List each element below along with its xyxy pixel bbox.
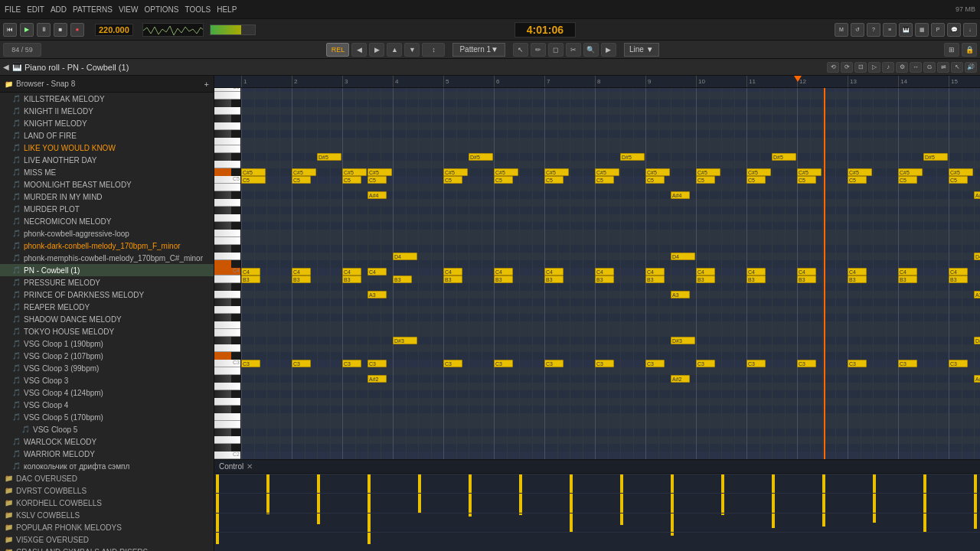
tool-eraser[interactable]: ◻ xyxy=(548,43,564,57)
piano-key-e5[interactable] xyxy=(214,145,241,153)
piano-note[interactable]: C#5 xyxy=(746,168,771,176)
piano-note[interactable]: A#4 xyxy=(368,191,387,199)
piano-note[interactable]: C5 xyxy=(949,176,968,184)
piano-note[interactable]: C4 xyxy=(797,268,816,276)
piano-key-fs3[interactable] xyxy=(214,314,231,321)
piano-note[interactable]: C5 xyxy=(746,176,766,184)
sidebar-item[interactable]: 📁POPULAR PHONK MELODYS xyxy=(0,521,214,533)
piano-note[interactable]: C5 xyxy=(544,176,564,184)
sidebar-item[interactable]: 🎵phonk-cowbell-aggressive-loop xyxy=(0,227,214,240)
piano-note[interactable]: C4 xyxy=(949,268,968,276)
piano-note[interactable]: A#2 xyxy=(974,375,980,383)
piano-note[interactable]: C#5 xyxy=(696,168,720,176)
rewind-button[interactable]: ⏮ xyxy=(3,23,17,37)
piano-note[interactable]: B3 xyxy=(443,276,462,283)
piano-key-cs3[interactable] xyxy=(214,352,231,360)
random-button[interactable]: ? xyxy=(867,23,880,37)
piano-note[interactable]: C#5 xyxy=(645,168,670,176)
piano-key-f4[interactable] xyxy=(214,230,241,237)
pr-magnet[interactable]: 🔊 xyxy=(965,62,977,73)
sidebar-item[interactable]: 🎵KILLSTREAK MELODY xyxy=(0,93,214,105)
piano-note[interactable]: C4 xyxy=(696,268,715,276)
piano-key-e3[interactable] xyxy=(214,329,241,337)
piano-note[interactable]: C4 xyxy=(292,268,311,276)
piano-note[interactable]: A3 xyxy=(974,291,980,298)
piano-key-cs4[interactable] xyxy=(214,260,231,268)
piano-note[interactable]: D#5 xyxy=(317,153,341,161)
step-seq-button[interactable]: ▦ xyxy=(915,23,929,37)
sidebar-item[interactable]: 🎵колокольчик от дрифта сэмпл xyxy=(0,460,214,472)
piano-note[interactable]: C#5 xyxy=(494,168,518,176)
piano-key-as5[interactable] xyxy=(214,99,231,107)
piano-note[interactable]: C5 xyxy=(241,176,266,184)
piano-note[interactable]: B3 xyxy=(746,276,766,283)
piano-note[interactable]: C#5 xyxy=(368,168,392,176)
sidebar-item[interactable]: 🎵VSG Cloop 1 (190bpm) xyxy=(0,337,214,350)
sidebar-item[interactable]: 🎵KNIGHT II MELODY xyxy=(0,105,214,117)
piano-key-f2[interactable] xyxy=(214,413,241,421)
sidebar-item[interactable]: 📁KSLV COWBELLS xyxy=(0,509,214,521)
piano-note[interactable]: C3 xyxy=(797,360,816,367)
sidebar-item[interactable]: 📁DAC OVERUSED xyxy=(0,472,214,484)
piano-note[interactable]: C#5 xyxy=(595,168,619,176)
piano-note[interactable]: D#5 xyxy=(620,153,645,161)
piano-note[interactable]: B3 xyxy=(898,276,917,283)
sidebar-item[interactable]: 🎵PRESSURE MELODY xyxy=(0,276,214,289)
pause-button[interactable]: ⏸ xyxy=(37,23,51,37)
menu-options[interactable]: OPTIONS xyxy=(144,5,178,14)
sidebar-item[interactable]: 🎵VSG Cloop 5 (170bpm) xyxy=(0,411,214,423)
piano-note[interactable]: C4 xyxy=(443,268,462,276)
menu-view[interactable]: VIEW xyxy=(119,5,139,14)
pr-cursor[interactable]: ↖ xyxy=(951,62,963,73)
nav-right[interactable]: ▶ xyxy=(369,43,384,57)
piano-key-d5[interactable] xyxy=(214,161,241,168)
piano-note[interactable]: D#3 xyxy=(671,337,695,344)
piano-key-fs4[interactable] xyxy=(214,222,231,230)
piano-note[interactable]: D#5 xyxy=(469,153,493,161)
piano-key-b3[interactable] xyxy=(214,276,241,283)
piano-note[interactable]: C5 xyxy=(443,176,462,184)
piano-note[interactable]: C4 xyxy=(342,268,361,276)
piano-note[interactable]: C5 xyxy=(898,176,917,184)
play-button[interactable]: ▶ xyxy=(20,23,34,37)
sidebar-item[interactable]: 🎵LIKE YOU WOULD KNOW xyxy=(0,142,214,154)
piano-note[interactable]: B3 xyxy=(797,276,816,283)
piano-key-g3[interactable] xyxy=(214,306,241,314)
piano-note[interactable]: A#4 xyxy=(671,191,690,199)
piano-note[interactable]: C#5 xyxy=(443,168,468,176)
menu-tools[interactable]: TOOLS xyxy=(185,5,211,14)
piano-key-cs2[interactable] xyxy=(214,444,231,452)
sidebar-item[interactable]: 🎵MOONLIGHT BEAST MELODY xyxy=(0,178,214,191)
piano-key-gs4[interactable] xyxy=(214,207,231,214)
sidebar-item[interactable]: 📁VI5XGE OVERUSED xyxy=(0,533,214,546)
tool-play[interactable]: ▶ xyxy=(601,43,616,57)
piano-note[interactable]: C3 xyxy=(645,360,665,367)
piano-note[interactable]: D4 xyxy=(393,253,417,260)
piano-note[interactable]: C5 xyxy=(696,176,715,184)
sidebar-item[interactable]: 🎵LIVE ANOTHER DAY xyxy=(0,154,214,166)
menu-help[interactable]: HELP xyxy=(217,5,237,14)
piano-key-f5[interactable] xyxy=(214,138,241,145)
sidebar-item[interactable]: 🎵NECROMICON MELODY xyxy=(0,215,214,227)
sidebar-item[interactable]: 🎵WARLOCK MELODY xyxy=(0,435,214,448)
piano-note[interactable]: C5 xyxy=(494,176,513,184)
piano-key-gs3[interactable] xyxy=(214,298,231,306)
piano-key-f3[interactable] xyxy=(214,321,241,329)
piano-note[interactable]: B3 xyxy=(645,276,665,283)
piano-note[interactable]: C5 xyxy=(797,176,816,184)
piano-note[interactable]: C4 xyxy=(848,268,867,276)
piano-button[interactable]: 🎹 xyxy=(899,23,913,37)
piano-note[interactable]: C4 xyxy=(544,268,564,276)
piano-note[interactable]: C#5 xyxy=(797,168,822,176)
piano-note[interactable]: B3 xyxy=(544,276,564,283)
piano-note[interactable]: B3 xyxy=(696,276,715,283)
piano-note[interactable]: C5 xyxy=(342,176,361,184)
piano-key-cs5[interactable] xyxy=(214,168,231,176)
piano-key-fs5[interactable] xyxy=(214,130,231,138)
piano-note[interactable]: C#5 xyxy=(898,168,923,176)
sidebar-item[interactable]: 🎵VSG Cloop 5 xyxy=(0,423,214,435)
piano-note[interactable]: C3 xyxy=(494,360,513,367)
piano-note[interactable]: C5 xyxy=(645,176,665,184)
piano-note[interactable]: C3 xyxy=(746,360,766,367)
piano-note[interactable]: A#4 xyxy=(974,191,980,199)
